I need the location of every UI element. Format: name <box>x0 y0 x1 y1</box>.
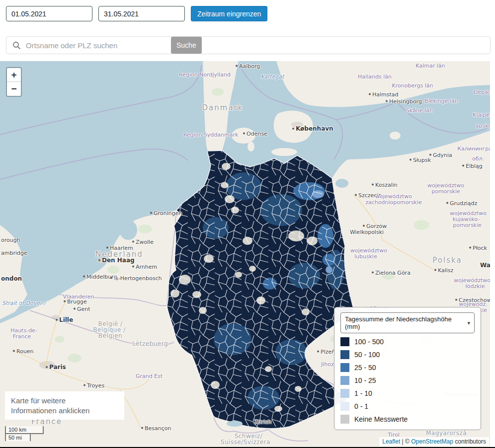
map-label: Liepājas <box>473 89 490 95</box>
date-to-input[interactable] <box>98 6 185 21</box>
map-label: Troyes <box>83 382 104 389</box>
map-label: Zwolle <box>132 239 154 245</box>
map-label: Zürich <box>250 419 271 425</box>
map-label: Gent <box>74 306 90 312</box>
legend-label: 25 - 50 <box>354 364 376 372</box>
map-info-box: Karte für weitere Informationen anklicke… <box>5 391 124 420</box>
attribution-suffix: contributors <box>453 438 486 445</box>
map-label: обл. <box>472 155 484 162</box>
scale-mi: 50 mi <box>5 433 31 441</box>
attribution-separator: | © <box>400 438 411 445</box>
legend-metric-select[interactable]: Tagessumme der Niederschlagshöhe (mm) ▾ <box>340 312 475 333</box>
map-label: Rouen <box>13 348 34 355</box>
search-bar: Suche <box>6 36 491 54</box>
legend-label: 100 - 500 <box>354 338 384 346</box>
attribution: Leaflet | © OpenStreetMap contributors <box>379 437 489 446</box>
map-label: Groningen <box>150 210 182 217</box>
legend-item: 25 - 50 <box>340 363 475 372</box>
map-label: Płock <box>469 245 487 251</box>
map-label: Belgien <box>98 332 122 339</box>
legend-swatch <box>340 402 349 411</box>
map-label: Danmark <box>202 103 244 112</box>
map-label: Den Haag <box>98 257 135 264</box>
legend-label: Keine Messwerte <box>354 415 408 423</box>
map-label: Калининградская <box>457 146 490 152</box>
map-label: Słupsk <box>410 157 431 163</box>
map-label: Gdynia <box>429 152 452 158</box>
map-label: Paris <box>46 364 66 371</box>
map-label: pomorskie <box>453 222 482 228</box>
map-label: København <box>292 125 333 132</box>
map-label: apskritis <box>476 123 490 129</box>
zoom-in-button[interactable]: + <box>7 68 21 82</box>
osm-link[interactable]: OpenStreetMap <box>411 438 453 445</box>
map-label: Lille <box>56 316 73 323</box>
leaflet-link[interactable]: Leaflet <box>382 438 400 445</box>
legend-label: 50 - 100 <box>354 351 380 359</box>
map-label: Elbląg <box>462 163 483 169</box>
chevron-down-icon: ▾ <box>467 320 470 326</box>
legend-swatch <box>340 376 349 385</box>
map-label: Wielkopolski <box>350 229 384 235</box>
zoom-control: + − <box>6 67 22 97</box>
date-filter-bar: Zeitraum eingrenzen <box>0 0 495 21</box>
zoom-out-button[interactable]: − <box>7 82 21 96</box>
map-label: Brugge <box>64 299 87 305</box>
legend-items: 100 - 50050 - 10025 - 5010 - 251 - 100 -… <box>340 337 475 424</box>
map-label: Strait of Dover / <box>2 300 46 306</box>
map-label: Region Nordjylland <box>179 72 231 78</box>
map-label: 's-Hertogenbosch <box>110 275 162 282</box>
map-label: Kattegat <box>260 74 284 80</box>
map-label: lubuskie <box>354 253 377 260</box>
map-label: Kalisz <box>434 267 453 274</box>
map-label: Koszalin <box>372 182 398 188</box>
legend-label: 0 - 1 <box>354 402 368 410</box>
info-line-2: Informationen anklicken <box>11 406 118 416</box>
map-label: Kalmar län <box>415 63 445 69</box>
scale-control: 100 km 50 mi <box>5 426 44 441</box>
legend-item: 10 - 25 <box>340 376 475 385</box>
map-label: Klaipėdos <box>473 112 490 118</box>
legend-swatch <box>340 337 349 346</box>
legend-panel: Tagessumme der Niederschlagshöhe (mm) ▾ … <box>334 307 481 430</box>
map-label: Odense <box>243 131 267 137</box>
map-label: Polska <box>432 256 462 265</box>
map-label: orough <box>1 237 20 243</box>
map-label: Aalborg <box>236 63 260 70</box>
map-label: ondon <box>1 275 22 282</box>
legend-metric-label: Tagessumme der Niederschlagshöhe (mm) <box>345 315 464 330</box>
map-label: France <box>13 333 31 340</box>
map-label: Kronobergs län <box>392 82 433 89</box>
map-label: Hallands län <box>358 74 392 80</box>
map-label: Besançon <box>141 425 171 432</box>
map-label: Helsingborg <box>386 98 422 105</box>
map-label: Region Syddanmark <box>183 132 239 138</box>
legend-label: 10 - 25 <box>354 376 376 384</box>
map-label: Grudziądz <box>446 200 477 207</box>
map-label: Jihoz <box>321 361 334 368</box>
date-from-input[interactable] <box>6 6 92 21</box>
map-label: pomorskie <box>431 188 460 195</box>
legend-label: 1 - 10 <box>354 389 372 397</box>
map-label: łódzkie <box>466 283 485 290</box>
search-icon <box>6 37 25 54</box>
info-line-1: Karte für weitere <box>11 396 118 406</box>
map-label: Grand Est <box>136 373 163 379</box>
search-input[interactable] <box>25 37 171 54</box>
search-button[interactable]: Suche <box>171 37 202 54</box>
map-canvas[interactable]: AalborgRegion NordjyllandKattegatHalland… <box>0 61 490 447</box>
legend-item: 0 - 1 <box>340 402 475 411</box>
apply-daterange-button[interactable]: Zeitraum eingrenzen <box>191 6 267 21</box>
legend-swatch <box>340 415 349 424</box>
legend-item: 50 - 100 <box>340 350 475 359</box>
map-label: Suisse/Svizzera <box>221 439 270 446</box>
map-label: Lëtzebuerg <box>132 340 168 347</box>
map-label: zachodniopomorskie <box>365 199 422 206</box>
map-label: Zielona Góra <box>372 270 411 276</box>
map-label: Magyarorszá <box>426 430 467 437</box>
map-label: Warszawa <box>480 262 490 269</box>
map-label: Skåne län <box>406 107 433 114</box>
legend-item: 1 - 10 <box>340 389 475 398</box>
map-label: Blekinge län <box>424 98 458 104</box>
legend-item: Keine Messwerte <box>340 415 475 424</box>
